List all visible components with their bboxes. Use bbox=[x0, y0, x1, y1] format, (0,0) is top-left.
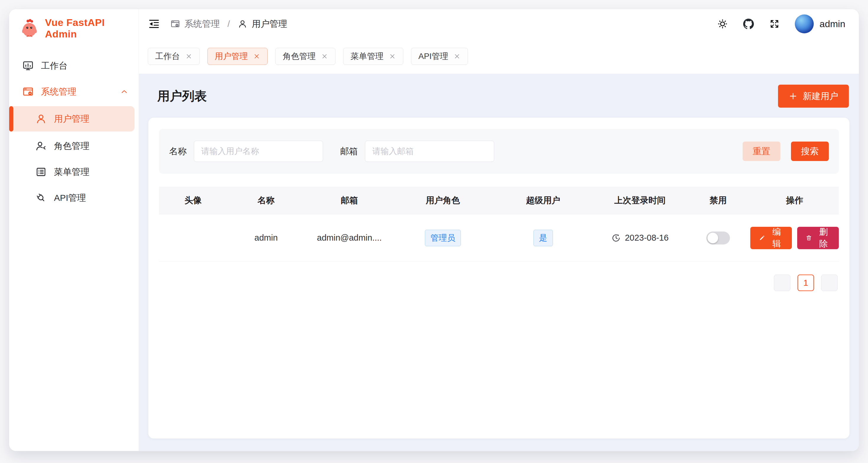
sidebar: Vue FastAPI Admin 工作台 系统管理 用户管理 角色管理 bbox=[9, 9, 139, 451]
user-icon bbox=[238, 19, 248, 29]
sidebar-item-label: 角色管理 bbox=[54, 140, 89, 152]
table-header-row: 头像 名称 邮箱 用户角色 超级用户 上次登录时间 禁用 操作 bbox=[159, 187, 839, 214]
search-button[interactable]: 搜索 bbox=[791, 141, 829, 161]
email-filter-label: 邮箱 bbox=[340, 145, 358, 158]
sidebar-item-api[interactable]: API管理 bbox=[9, 187, 139, 209]
clock-icon bbox=[611, 233, 621, 243]
reset-button[interactable]: 重置 bbox=[743, 141, 780, 161]
column-header-avatar: 头像 bbox=[159, 195, 227, 206]
cell-superuser: 是 bbox=[492, 230, 594, 246]
page-content: 用户列表 新建用户 名称 邮箱 bbox=[139, 74, 859, 451]
sidebar-item-system[interactable]: 系统管理 bbox=[9, 80, 139, 103]
chevron-up-icon bbox=[120, 87, 129, 96]
column-header-last-login: 上次登录时间 bbox=[594, 195, 686, 206]
column-header-email: 邮箱 bbox=[305, 195, 394, 206]
name-filter-label: 名称 bbox=[169, 145, 187, 158]
user-menu[interactable]: admin bbox=[795, 14, 845, 33]
workbench-icon bbox=[22, 60, 34, 72]
name-filter-group: 名称 bbox=[169, 141, 323, 162]
edit-pencil-icon bbox=[758, 234, 765, 242]
sidebar-item-roles[interactable]: 角色管理 bbox=[9, 134, 139, 158]
close-icon[interactable] bbox=[321, 53, 328, 60]
github-button[interactable] bbox=[743, 18, 754, 30]
system-icon bbox=[170, 19, 180, 29]
name-filter-input[interactable] bbox=[194, 141, 323, 162]
plus-icon bbox=[788, 92, 798, 101]
tab-label: API管理 bbox=[418, 51, 448, 62]
fullscreen-icon bbox=[769, 18, 780, 30]
email-filter-input[interactable] bbox=[365, 141, 494, 162]
system-icon bbox=[22, 86, 34, 98]
delete-button[interactable]: 删除 bbox=[797, 227, 839, 249]
close-icon[interactable] bbox=[389, 53, 396, 60]
cell-name: admin bbox=[227, 233, 305, 243]
tab-users[interactable]: 用户管理 bbox=[208, 48, 268, 65]
app-title: Vue FastAPI Admin bbox=[45, 17, 139, 40]
page-title: 用户列表 bbox=[157, 88, 207, 104]
tab-roles[interactable]: 角色管理 bbox=[275, 48, 336, 65]
cell-last-login: 2023-08-16 bbox=[594, 233, 686, 243]
sidebar-item-workbench[interactable]: 工作台 bbox=[9, 54, 139, 77]
breadcrumb-item-system[interactable]: 系统管理 bbox=[170, 18, 220, 30]
column-header-actions: 操作 bbox=[750, 195, 839, 206]
tab-label: 用户管理 bbox=[215, 51, 248, 62]
email-filter-group: 邮箱 bbox=[340, 141, 494, 162]
fullscreen-button[interactable] bbox=[769, 18, 780, 30]
cell-actions: 编辑 删除 bbox=[750, 227, 839, 249]
chevron-left-icon bbox=[778, 279, 786, 287]
close-icon[interactable] bbox=[185, 53, 192, 60]
column-header-name: 名称 bbox=[227, 195, 305, 206]
app-logo[interactable]: Vue FastAPI Admin bbox=[9, 9, 139, 47]
last-login-value: 2023-08-16 bbox=[625, 233, 669, 243]
pagination-page-1[interactable]: 1 bbox=[798, 274, 814, 291]
disabled-toggle[interactable] bbox=[706, 232, 730, 244]
sidebar-item-label: 工作台 bbox=[41, 60, 68, 72]
collapse-sidebar-button[interactable] bbox=[148, 18, 160, 30]
tab-label: 菜单管理 bbox=[350, 51, 383, 62]
page-header: 用户列表 新建用户 bbox=[148, 74, 849, 108]
tab-api[interactable]: API管理 bbox=[411, 48, 468, 65]
filter-bar: 名称 邮箱 重置 搜索 bbox=[159, 129, 839, 174]
role-icon bbox=[35, 140, 47, 152]
table-row: admin admin@admin.... 管理员 是 2023-08-16 bbox=[159, 214, 839, 262]
chick-logo-icon bbox=[20, 19, 39, 38]
edit-button-label: 编辑 bbox=[770, 226, 784, 250]
pagination-prev-button[interactable] bbox=[774, 274, 790, 291]
superuser-badge: 是 bbox=[533, 230, 553, 246]
app-window: Vue FastAPI Admin 工作台 系统管理 用户管理 角色管理 bbox=[9, 9, 859, 451]
edit-button[interactable]: 编辑 bbox=[750, 227, 792, 249]
filter-actions: 重置 搜索 bbox=[743, 141, 829, 161]
theme-toggle-button[interactable] bbox=[717, 18, 728, 30]
sidebar-item-label: 用户管理 bbox=[54, 113, 89, 125]
username: admin bbox=[819, 19, 845, 30]
chevron-right-icon bbox=[826, 279, 833, 287]
sidebar-item-users[interactable]: 用户管理 bbox=[9, 106, 134, 132]
tab-workbench[interactable]: 工作台 bbox=[148, 48, 200, 65]
sidebar-item-menus[interactable]: 菜单管理 bbox=[9, 160, 139, 184]
toggle-knob bbox=[708, 233, 718, 243]
sidebar-menu: 工作台 系统管理 用户管理 角色管理 菜单管理 API管理 bbox=[9, 47, 139, 211]
new-user-button-label: 新建用户 bbox=[803, 90, 838, 102]
pagination: 1 bbox=[159, 274, 839, 291]
cell-role: 管理员 bbox=[394, 230, 492, 246]
breadcrumb-label: 用户管理 bbox=[252, 18, 287, 30]
sidebar-item-label: 菜单管理 bbox=[54, 166, 89, 178]
user-list-card: 名称 邮箱 重置 搜索 头像 名称 bbox=[148, 118, 849, 438]
column-header-superuser: 超级用户 bbox=[492, 195, 594, 206]
close-icon[interactable] bbox=[253, 53, 260, 60]
new-user-button[interactable]: 新建用户 bbox=[778, 85, 849, 108]
pagination-next-button[interactable] bbox=[821, 274, 838, 291]
breadcrumb: 系统管理 / 用户管理 bbox=[170, 18, 287, 30]
tabbar: 工作台 用户管理 角色管理 菜单管理 API管理 bbox=[139, 39, 859, 74]
main-area: 系统管理 / 用户管理 a bbox=[139, 9, 859, 451]
sidebar-item-label: 系统管理 bbox=[41, 86, 76, 98]
breadcrumb-item-users[interactable]: 用户管理 bbox=[238, 18, 287, 30]
cell-disabled bbox=[686, 232, 751, 244]
topbar: 系统管理 / 用户管理 a bbox=[139, 9, 859, 39]
sidebar-item-label: API管理 bbox=[54, 192, 86, 204]
close-icon[interactable] bbox=[454, 53, 461, 60]
cell-email: admin@admin.... bbox=[305, 233, 394, 243]
tab-label: 角色管理 bbox=[283, 51, 316, 62]
collapse-sidebar-icon bbox=[148, 18, 160, 30]
tab-menus[interactable]: 菜单管理 bbox=[343, 48, 403, 65]
